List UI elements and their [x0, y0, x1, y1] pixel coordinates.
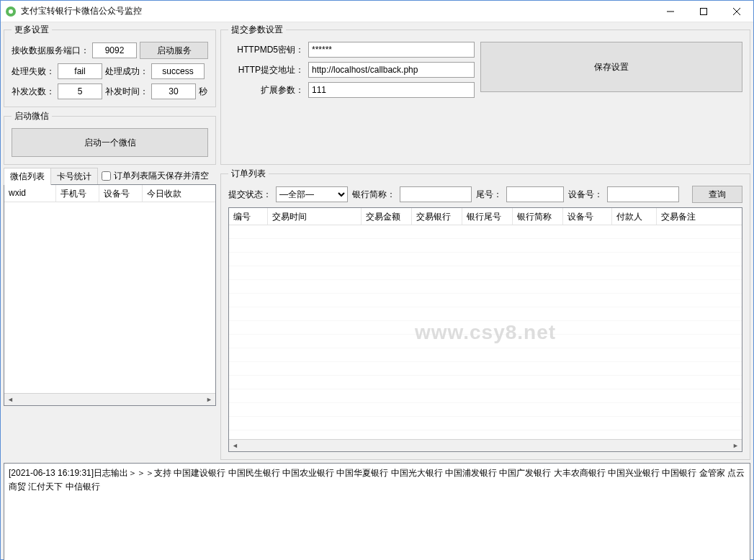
daily-clear-checkbox-container[interactable]: 订单列表隔天保存并清空 [102, 170, 209, 182]
retry-count-label: 补发次数： [12, 86, 55, 98]
col-phone[interactable]: 手机号 [56, 185, 99, 202]
url-label: HTTP提交地址： [228, 64, 304, 76]
col-time[interactable]: 交易时间 [268, 208, 362, 225]
wechat-table-header: wxid 手机号 设备号 今日收款 [4, 185, 215, 202]
order-table-header: 编号 交易时间 交易金额 交易银行 银行尾号 银行简称 设备号 付款人 交易备注 [229, 208, 742, 225]
md5-input[interactable] [308, 42, 475, 58]
app-icon [5, 6, 17, 17]
status-select[interactable]: —全部— [276, 186, 348, 202]
query-button[interactable]: 查询 [692, 186, 742, 203]
ext-label: 扩展参数： [228, 84, 304, 96]
scroll-right-icon[interactable]: ► [730, 440, 742, 451]
scroll-track[interactable] [17, 394, 203, 405]
port-input[interactable] [92, 42, 137, 58]
submit-params-group: 提交参数设置 HTTPMD5密钥： HTTP提交地址： [220, 24, 750, 165]
retry-interval-label: 补发时间： [105, 86, 148, 98]
tail-input[interactable] [506, 186, 564, 202]
watermark: www.csy8.net [415, 321, 556, 344]
success-label: 处理成功： [105, 66, 148, 78]
success-input[interactable] [151, 63, 205, 79]
col-today-income[interactable]: 今日收款 [143, 185, 215, 202]
tab-card-stats[interactable]: 卡号统计 [50, 168, 98, 185]
col-tail[interactable]: 银行尾号 [462, 208, 513, 225]
submit-params-legend: 提交参数设置 [228, 24, 286, 36]
col-id[interactable]: 编号 [229, 208, 268, 225]
col-dev[interactable]: 设备号 [563, 208, 612, 225]
col-abbr[interactable]: 银行简称 [513, 208, 563, 225]
device-label: 设备号： [568, 189, 603, 201]
svg-rect-3 [701, 8, 707, 14]
more-settings-group: 更多设置 接收数据服务端口： 启动服务 处理失败： 处理成功： 补发次数： [4, 24, 216, 107]
status-label: 提交状态： [228, 189, 271, 201]
wechat-tabs: 微信列表 卡号统计 订单列表隔天保存并清空 [4, 168, 216, 185]
order-list-legend: 订单列表 [228, 168, 269, 180]
scroll-left-icon[interactable]: ◄ [4, 394, 17, 405]
col-amount[interactable]: 交易金额 [362, 208, 412, 225]
url-input[interactable] [308, 62, 475, 78]
tab-wechat-list[interactable]: 微信列表 [4, 168, 51, 185]
minimize-button[interactable] [654, 1, 687, 22]
start-wechat-group: 启动微信 启动一个微信 [4, 110, 216, 165]
md5-label: HTTPMD5密钥： [228, 44, 304, 56]
window-title: 支付宝转银行卡微信公众号监控 [21, 5, 654, 17]
scroll-right-icon[interactable]: ► [203, 394, 215, 405]
bank-abbr-input[interactable] [400, 186, 472, 202]
scroll-track[interactable] [241, 440, 730, 451]
port-label: 接收数据服务端口： [12, 45, 89, 57]
log-output: [2021-06-13 16:19:31]日志输出＞＞＞支持 中国建设银行 中国… [4, 463, 750, 560]
col-wxid[interactable]: wxid [4, 185, 56, 202]
wechat-h-scrollbar[interactable]: ◄ ► [4, 393, 215, 405]
col-bank[interactable]: 交易银行 [412, 208, 462, 225]
save-settings-button[interactable]: 保存设置 [480, 42, 742, 92]
bank-abbr-label: 银行简称： [352, 189, 395, 201]
more-settings-legend: 更多设置 [12, 24, 52, 36]
start-service-button[interactable]: 启动服务 [140, 42, 208, 59]
scroll-left-icon[interactable]: ◄ [229, 440, 241, 451]
seconds-label: 秒 [199, 86, 207, 98]
wechat-table: wxid 手机号 设备号 今日收款 ◄ ► [4, 184, 216, 406]
tail-label: 尾号： [476, 189, 502, 201]
retry-count-input[interactable] [58, 83, 102, 99]
titlebar: 支付宝转银行卡微信公众号监控 [1, 1, 753, 22]
start-wechat-button[interactable]: 启动一个微信 [12, 128, 208, 157]
fail-label: 处理失败： [12, 66, 55, 78]
fail-input[interactable] [58, 63, 102, 79]
wechat-table-body [4, 202, 215, 393]
svg-point-1 [9, 9, 13, 14]
daily-clear-label: 订单列表隔天保存并清空 [114, 170, 209, 182]
start-wechat-legend: 启动微信 [12, 110, 52, 122]
retry-interval-input[interactable] [151, 83, 196, 99]
device-input[interactable] [607, 186, 679, 202]
col-device[interactable]: 设备号 [99, 185, 143, 202]
order-list-group: 订单列表 提交状态： —全部— 银行简称： 尾号： 设备号： 查询 [220, 168, 750, 460]
col-remark[interactable]: 交易备注 [657, 208, 742, 225]
order-table-body: www.csy8.net [229, 225, 742, 439]
maximize-button[interactable] [687, 1, 720, 22]
ext-input[interactable] [308, 82, 475, 98]
close-button[interactable] [720, 1, 753, 22]
order-h-scrollbar[interactable]: ◄ ► [229, 439, 742, 451]
order-table: 编号 交易时间 交易金额 交易银行 银行尾号 银行简称 设备号 付款人 交易备注… [228, 207, 742, 452]
daily-clear-checkbox[interactable] [102, 171, 111, 181]
col-payer[interactable]: 付款人 [612, 208, 657, 225]
